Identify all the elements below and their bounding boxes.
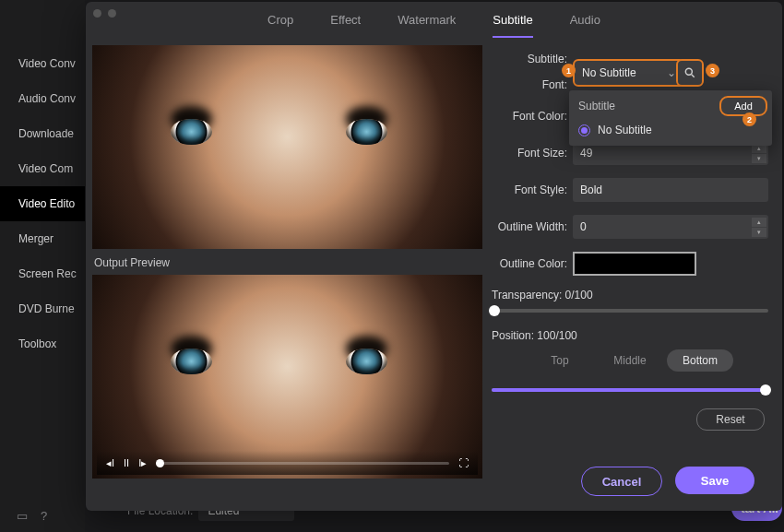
sidebar-item-label: Video Conv: [18, 57, 76, 70]
outline-width-label: Outline Width:: [492, 220, 567, 233]
annotation-2: 2: [742, 112, 756, 126]
sidebar: Video Conv Audio Conv Downloade Video Co…: [0, 0, 85, 532]
subtitle-search-button[interactable]: [676, 59, 704, 87]
preview-image: [171, 119, 212, 145]
subtitle-dropdown: Add Subtitle No Subtitle: [569, 90, 772, 146]
preview-image: [346, 119, 387, 145]
help-icon[interactable]: ?: [41, 509, 47, 523]
svg-line-1: [692, 75, 695, 77]
annotation-3: 3: [706, 64, 719, 77]
subtitle-add-button[interactable]: Add: [719, 96, 767, 116]
pause-icon[interactable]: II: [124, 457, 129, 468]
sidebar-item-label: Toolbox: [18, 337, 56, 350]
sidebar-item-audio-converter[interactable]: Audio Conv: [0, 81, 85, 116]
save-button[interactable]: Save: [675, 467, 754, 494]
subtitle-select[interactable]: No Subtitle: [573, 59, 685, 87]
transparency-slider[interactable]: [492, 309, 768, 313]
svg-point-0: [685, 68, 692, 75]
sidebar-item-merger[interactable]: Merger: [0, 221, 85, 256]
tab-audio[interactable]: Audio: [570, 13, 600, 38]
sidebar-item-downloader[interactable]: Downloade: [0, 116, 85, 151]
search-icon: [683, 66, 696, 79]
font-label: Font:: [492, 78, 567, 91]
annotation-1: 1: [562, 64, 576, 77]
editor-modal: Crop Effect Watermark Subtitle Audio Out…: [86, 2, 782, 511]
position-top[interactable]: Top: [527, 349, 593, 372]
sidebar-item-dvd-burner[interactable]: DVD Burne: [0, 291, 85, 326]
font-style-select[interactable]: Bold: [573, 178, 768, 202]
seek-thumb[interactable]: [156, 459, 164, 467]
outline-width-input[interactable]: 0 ▴▾: [573, 215, 768, 239]
transparency-label: Transparency: 0/100: [492, 289, 768, 301]
position-thumb[interactable]: [760, 384, 771, 396]
preview-image: [171, 349, 212, 374]
preview-image: [346, 349, 387, 374]
sidebar-item-label: Downloade: [18, 127, 74, 140]
stepper-down-icon[interactable]: ▾: [752, 154, 766, 163]
font-size-label: Font Size:: [492, 147, 567, 160]
position-label: Position: 100/100: [492, 329, 768, 342]
prev-frame-icon[interactable]: ◂I: [106, 457, 114, 469]
tab-subtitle[interactable]: Subtitle: [493, 13, 532, 38]
outline-color-swatch[interactable]: [573, 252, 696, 276]
position-slider[interactable]: [492, 388, 768, 392]
sidebar-item-video-converter[interactable]: Video Conv: [0, 46, 85, 81]
output-preview-label: Output Preview: [94, 256, 170, 269]
outline-color-label: Outline Color:: [492, 257, 567, 270]
fullscreen-icon[interactable]: ⛶: [458, 457, 469, 468]
outline-width-value: 0: [580, 220, 587, 233]
player-controls: ◂I II I▸ ⛶: [97, 451, 478, 475]
sidebar-item-toolbox[interactable]: Toolbox: [0, 326, 85, 361]
book-icon[interactable]: ▭: [17, 509, 28, 523]
sidebar-item-label: Audio Conv: [18, 92, 76, 105]
position-tabs: Top Middle Bottom: [492, 349, 768, 372]
subtitle-select-value: No Subtitle: [582, 66, 636, 79]
sidebar-item-label: Merger: [18, 232, 53, 245]
position-middle[interactable]: Middle: [597, 349, 663, 372]
subtitle-label: Subtitle:: [492, 53, 567, 65]
seek-slider[interactable]: [156, 462, 449, 465]
sidebar-item-label: Video Com: [18, 162, 73, 175]
position-bottom[interactable]: Bottom: [667, 349, 733, 372]
sidebar-item-label: Video Edito: [18, 197, 75, 210]
radio-selected-icon: [578, 124, 590, 136]
tab-watermark[interactable]: Watermark: [398, 13, 456, 38]
source-preview: [92, 45, 482, 249]
output-preview: ◂I II I▸ ⛶: [92, 275, 482, 479]
transparency-thumb[interactable]: [489, 305, 500, 316]
subtitle-option-none[interactable]: No Subtitle: [569, 120, 772, 140]
next-frame-icon[interactable]: I▸: [138, 457, 147, 469]
font-size-value: 49: [580, 147, 592, 160]
modal-actions: Cancel Save: [581, 467, 754, 496]
tab-effect[interactable]: Effect: [330, 13, 361, 38]
reset-button[interactable]: Reset: [696, 408, 765, 431]
stepper-up-icon[interactable]: ▴: [752, 218, 766, 227]
cancel-button[interactable]: Cancel: [581, 467, 662, 496]
font-style-label: Font Style:: [492, 183, 567, 196]
editor-tabs: Crop Effect Watermark Subtitle Audio: [86, 13, 782, 38]
sidebar-item-video-compressor[interactable]: Video Com: [0, 151, 85, 186]
sidebar-item-screen-recorder[interactable]: Screen Rec: [0, 256, 85, 291]
subtitle-option-label: No Subtitle: [598, 124, 652, 136]
stepper-down-icon[interactable]: ▾: [752, 228, 766, 237]
tab-crop[interactable]: Crop: [267, 13, 293, 38]
font-color-label: Font Color:: [492, 110, 567, 123]
sidebar-item-video-editor[interactable]: Video Edito: [0, 186, 85, 221]
sidebar-item-label: DVD Burne: [18, 302, 75, 315]
font-style-value: Bold: [580, 183, 602, 196]
sidebar-item-label: Screen Rec: [18, 267, 77, 280]
